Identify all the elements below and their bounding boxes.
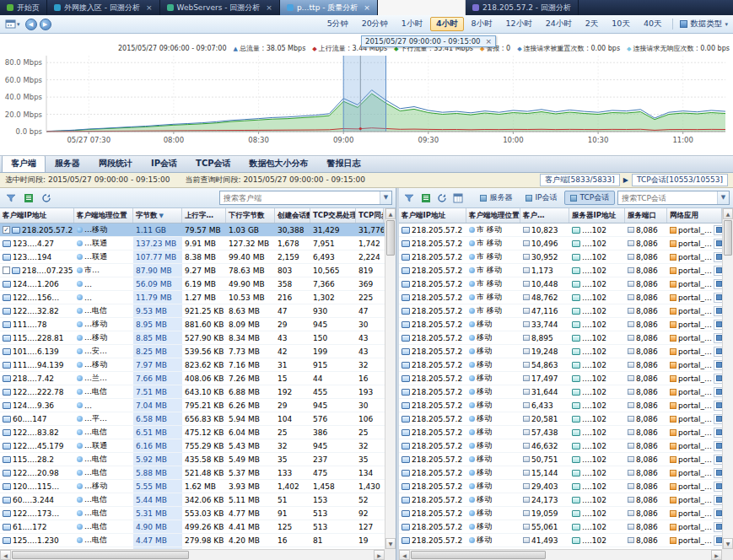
- time-range-button[interactable]: 20分钟: [356, 17, 394, 31]
- filter-button[interactable]: [402, 191, 416, 206]
- table-row[interactable]: 122.…156……11.79 MB1.27 MB10.53 MB2161,30…: [0, 291, 385, 304]
- filter-button[interactable]: [3, 191, 19, 206]
- vertical-scrollbar[interactable]: ▲ ▼: [722, 208, 733, 549]
- export-button[interactable]: [21, 191, 36, 206]
- scrollbar-thumb[interactable]: [386, 220, 395, 256]
- table-row[interactable]: 123.…194…联通107.77 MB8.38 MB99.40 MB2,159…: [0, 250, 385, 264]
- table-row[interactable]: 218.205.57.2移动15,144….1028,086portal_…门户: [399, 466, 722, 480]
- column-header-up-bytes[interactable]: 上行字…: [182, 208, 226, 223]
- tab-client[interactable]: 客户端: [2, 155, 46, 172]
- table-row[interactable]: 218.…7.42…兰…7.66 MB408.06 KB7.26 MB15441…: [0, 372, 385, 385]
- table-row[interactable]: 218.205.57.2移动50,751….1028,086portal_…门户: [399, 453, 722, 466]
- columns-button[interactable]: [451, 191, 465, 206]
- table-row[interactable]: 218.…07.235市…87.90 MB9.27 MB78.63 MB8031…: [0, 264, 385, 277]
- table-row[interactable]: 124.…9.36…7.04 MB795.21 KB6.26 MB2994530: [0, 399, 385, 412]
- forward-button[interactable]: ▶: [40, 19, 51, 30]
- table-row[interactable]: 218.205.57.2市 移动10,448….1028,086portal_……: [399, 277, 722, 291]
- table-row[interactable]: 60.…147…平…6.58 MB656.83 KB5.94 MB1045761…: [0, 412, 385, 426]
- table-row[interactable]: 218.205.57.2市 移动30,952….1028,086portal_……: [399, 250, 722, 264]
- column-header-bytes[interactable]: 字节数▼: [133, 208, 182, 223]
- time-range-button[interactable]: 12小时: [500, 17, 538, 31]
- column-header-network-app[interactable]: 网络应用: [667, 208, 722, 223]
- refresh-button[interactable]: [39, 191, 54, 206]
- table-row[interactable]: 124.…1.206…56.09 MB6.19 MB49.90 MB3587,3…: [0, 277, 385, 291]
- scroll-left-icon[interactable]: ◀: [399, 550, 410, 560]
- column-header-tcp-transactions[interactable]: TCP交易处理数量: [310, 208, 356, 223]
- scroll-right-icon[interactable]: ▶: [374, 550, 385, 560]
- table-row[interactable]: 218.205.57.2移动19,059….1028,086portal_…门户: [399, 507, 722, 520]
- column-header-server-ip[interactable]: 服务器IP地址: [569, 208, 625, 223]
- table-row[interactable]: 218.205.57.2市 移动1,173….1028,086portal_…门…: [399, 264, 722, 277]
- table-row[interactable]: 218.205.57.2移动46,632….1028,086portal_…门户: [399, 439, 722, 453]
- column-header-client-port[interactable]: 客户…: [520, 208, 569, 223]
- scrollbar-thumb[interactable]: [724, 220, 732, 256]
- window-tab-wan-access-analysis[interactable]: 外网接入区 - 回溯分析×: [47, 0, 160, 15]
- column-header-client-ip[interactable]: 客户端IP地址: [399, 208, 466, 223]
- table-row[interactable]: 122.…222.78…电信7.51 MB643.10 KB6.88 MB192…: [0, 385, 385, 399]
- time-range-button[interactable]: 5分钟: [321, 17, 354, 31]
- tooltip-close-icon[interactable]: ×: [486, 37, 493, 46]
- column-header-client-location[interactable]: 客户端地理位置: [74, 208, 133, 223]
- data-type-button[interactable]: 数据类型 ▾: [672, 19, 728, 30]
- table-row[interactable]: 218.205.57.2移动19,248….1028,086portal_…门户: [399, 345, 722, 358]
- tab-close-icon[interactable]: ×: [364, 3, 370, 12]
- table-row[interactable]: 218.205.57.2移动54,863….1028,086portal_…门户: [399, 358, 722, 372]
- tab-packet-size-distribution[interactable]: 数据包大小分布: [240, 155, 318, 172]
- window-tab-ip-analysis[interactable]: 218.205.57.2 - 回溯分析: [466, 0, 579, 15]
- scroll-left-icon[interactable]: ◀: [0, 550, 11, 560]
- table-row[interactable]: 218.205.57.2移动31,644….1028,086portal_…门户: [399, 385, 722, 399]
- back-button[interactable]: ◀: [25, 19, 37, 30]
- drill-button-ip-conversation[interactable]: IP会话: [520, 191, 563, 205]
- table-row[interactable]: 122.…83.82…电信6.51 MB475.12 KB6.04 MB2538…: [0, 426, 385, 439]
- table-row[interactable]: 218.205.57.2移动20,581….1028,086portal_…门户: [399, 412, 722, 426]
- column-header-client-ip[interactable]: 客户端IP地址: [0, 208, 74, 223]
- drill-button-tcp-conversation[interactable]: TCP会话: [564, 191, 615, 205]
- table-row[interactable]: 111.…94.139…移动7.97 MB823.62 KB7.16 MB319…: [0, 358, 385, 372]
- table-row[interactable]: 218.205.57.2移动17,497….1028,086portal_…门户: [399, 372, 722, 385]
- table-row[interactable]: 123.…4.27…联通137.23 MB9.91 MB127.32 MB1,6…: [0, 237, 385, 250]
- time-range-button[interactable]: 40天: [638, 17, 668, 31]
- scroll-down-icon[interactable]: ▼: [723, 538, 733, 549]
- table-row[interactable]: 218.205.57.2移动57,438….1028,086portal_…门户: [399, 426, 722, 439]
- drill-button-servers[interactable]: 服务器: [474, 191, 518, 205]
- time-range-button[interactable]: 2天: [579, 17, 605, 31]
- table-row[interactable]: 218.205.57.2移动8,895….1028,086portal_…门户: [399, 331, 722, 345]
- tab-server[interactable]: 服务器: [46, 155, 89, 172]
- table-row[interactable]: 218.205.57.2移动33,744….1028,086portal_…门户: [399, 318, 722, 331]
- table-row[interactable]: 218.205.57.2移动6,433….1028,086portal_…门户: [399, 399, 722, 412]
- scrollbar-thumb[interactable]: [411, 551, 546, 559]
- time-range-button[interactable]: 8小时: [466, 17, 499, 31]
- scroll-up-icon[interactable]: ▲: [385, 208, 396, 219]
- time-range-button[interactable]: 24小时: [540, 17, 578, 31]
- table-row[interactable]: 218.205.57.2移动41,493….1028,086portal_…门户: [399, 534, 722, 547]
- export-button[interactable]: [418, 191, 432, 206]
- time-range-button[interactable]: 10天: [606, 17, 636, 31]
- tab-close-icon[interactable]: ×: [146, 3, 153, 12]
- table-row[interactable]: 218.205.57.2市 移动48,762….1028,086portal_……: [399, 291, 722, 304]
- vertical-scrollbar[interactable]: ▲ ▼: [385, 208, 396, 549]
- table-row[interactable]: 120.…115……移动5.55 MB1.62 MB3.93 MB1,4021,…: [0, 480, 385, 493]
- refresh-button[interactable]: [435, 191, 449, 206]
- table-row[interactable]: 122.…32.82…电信9.53 MB921.25 KB8.63 MB4793…: [0, 304, 385, 318]
- column-header-tcp-syn[interactable]: TCP同步包: [356, 208, 384, 223]
- table-row[interactable]: 218.205.57.2移动55,061….1028,086portal_…门户: [399, 520, 722, 534]
- table-row[interactable]: 218.205.57.2市 移动10,496….1028,086portal_……: [399, 237, 722, 250]
- tab-tcp-conversation[interactable]: TCP会话: [186, 155, 240, 172]
- search-dropdown-icon[interactable]: ▼: [717, 191, 729, 204]
- scroll-down-icon[interactable]: ▼: [385, 538, 396, 549]
- horizontal-scrollbar[interactable]: ◀ ▶: [0, 549, 385, 560]
- window-tab-quality-analysis[interactable]: p…ttp - 质量分析×: [280, 0, 378, 15]
- table-row[interactable]: 218.205.57.2移动29,403….1028,086portal_…门户: [399, 480, 722, 493]
- tab-alarm-log[interactable]: 警报日志: [318, 155, 370, 172]
- row-checkbox[interactable]: ✓: [3, 226, 10, 234]
- scroll-up-icon[interactable]: ▲: [723, 208, 733, 219]
- search-input[interactable]: [618, 194, 717, 202]
- tab-ip-conversation[interactable]: IP会话: [142, 155, 186, 172]
- column-header-client-location[interactable]: 客户端地理位置: [466, 208, 520, 223]
- table-row[interactable]: 111.…78…移动8.95 MB881.60 KB8.09 MB2994530: [0, 318, 385, 331]
- table-row[interactable]: ✓218.205.57.2…移动1.11 GB79.57 MB1.03 GB30…: [0, 223, 385, 237]
- table-row[interactable]: 61.…172…电信4.90 MB499.26 KB4.41 MB1255131…: [0, 520, 385, 534]
- table-row[interactable]: 101.…6.139…安…8.25 MB539.56 KB7.73 MB4219…: [0, 345, 385, 358]
- time-range-button[interactable]: 4小时: [430, 17, 464, 31]
- column-header-down-bytes[interactable]: 下行字节数: [226, 208, 275, 223]
